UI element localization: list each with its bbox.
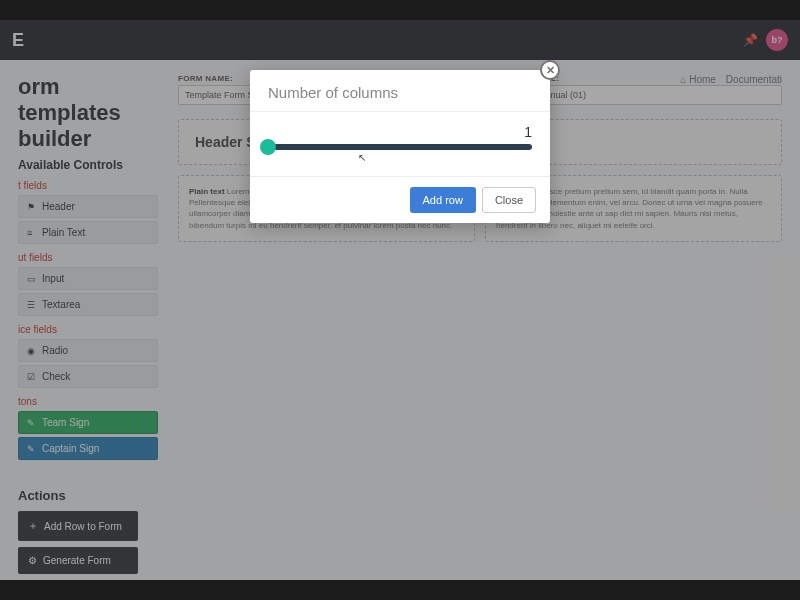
modal-title: Number of columns	[250, 70, 550, 111]
columns-slider[interactable]	[268, 144, 532, 150]
add-row-confirm-button[interactable]: Add row	[410, 187, 476, 213]
slider-value: 1	[268, 124, 532, 140]
close-icon[interactable]: ✕	[540, 60, 560, 80]
columns-modal: ✕ Number of columns 1 Add row Close	[250, 70, 550, 223]
close-button[interactable]: Close	[482, 187, 536, 213]
slider-thumb[interactable]	[260, 139, 276, 155]
modal-overlay[interactable]: ✕ Number of columns 1 Add row Close ↖	[0, 0, 800, 600]
